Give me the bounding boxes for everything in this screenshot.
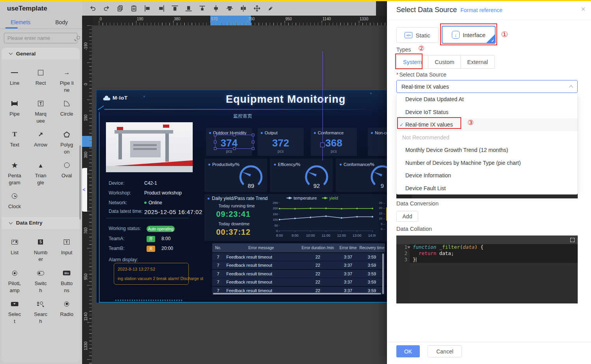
radio-icon — [64, 299, 69, 309]
horizontal-ruler: 019038057076095011401330 — [92, 16, 387, 25]
element-item-clock[interactable]: Clock — [2, 186, 28, 210]
code-editor[interactable]: 1function _filter(data) {2 return data;3… — [396, 236, 578, 303]
element-item-label: Pentagram — [7, 172, 21, 186]
arrow-icon: ↗ — [38, 130, 43, 139]
table-row[interactable]: 7Feedback result timeout223:373:59 — [212, 278, 385, 286]
stat-card-3[interactable]: Conformance368pcs — [311, 128, 357, 156]
toolbar-align-v-top-icon[interactable] — [197, 4, 207, 14]
tab-elements[interactable]: Elemets — [0, 16, 41, 29]
fullscreen-icon[interactable] — [570, 238, 575, 242]
dropdown-item-selected[interactable]: Real-time IX values✓ — [397, 118, 577, 131]
data-source-select[interactable]: Real-time IX values — [396, 80, 578, 93]
dropdown-item[interactable]: Device Data Updated At — [397, 93, 577, 106]
dashboard-frame-line — [104, 109, 378, 110]
svg-text:89: 89 — [248, 182, 254, 189]
static-source-button[interactable]: </> Static — [396, 27, 439, 43]
element-item-circle[interactable]: Circle — [54, 93, 80, 124]
toolbar-copy-icon[interactable] — [115, 4, 125, 14]
toolbar-align-right-icon[interactable] — [156, 4, 166, 14]
interface-source-button[interactable]: ↓ Interface ✓ — [442, 26, 496, 44]
element-item-select[interactable]: Select — [2, 294, 28, 325]
element-item-pipe[interactable]: Pipe — [2, 93, 28, 124]
section-header-data-entry[interactable]: Data Entry — [2, 217, 80, 229]
element-item-label: Arrow — [34, 141, 47, 148]
dropdown-item[interactable]: Device Fault List — [397, 182, 577, 195]
element-item-input[interactable]: TInput — [54, 232, 80, 263]
number-icon: 5 — [38, 237, 43, 247]
team-badge: 关 — [147, 246, 155, 252]
element-item-search[interactable]: Search — [28, 294, 54, 325]
toolbar-pen-icon[interactable] — [265, 4, 276, 14]
element-item-triangle[interactable]: ▲Triangle — [28, 155, 54, 186]
toolbar-align-left-icon[interactable] — [142, 4, 152, 14]
element-item-radio[interactable]: Radio — [54, 294, 80, 325]
close-icon[interactable]: × — [581, 5, 586, 14]
table-row[interactable]: 7Feedback result timeout223:373:59 — [212, 270, 385, 278]
toolbar-move-icon[interactable] — [252, 4, 262, 14]
dropdown-item[interactable]: Number of Devices by Machine Type (pie c… — [397, 157, 577, 170]
selection-box[interactable] — [215, 135, 253, 149]
toolbar-undo-icon[interactable] — [88, 4, 98, 14]
element-item-polygon[interactable]: Polygon — [54, 124, 80, 155]
section-header-general[interactable]: General — [2, 48, 80, 59]
toolbar-paste-icon[interactable] — [129, 4, 139, 14]
alarm-label: Alarm display: — [109, 257, 144, 262]
dropdown-item[interactable]: Device IoT Status — [397, 106, 577, 119]
dropdown-item[interactable]: Monthly Device Growth Trend (12 months) — [397, 144, 577, 157]
table-row[interactable]: 7Feedback result timeout223:373:59 — [212, 261, 385, 269]
cancel-button[interactable]: Cancel — [428, 345, 462, 357]
format-reference-link[interactable]: Format reference — [460, 7, 502, 13]
element-item-number[interactable]: 5Number — [28, 232, 54, 263]
toolbar-align-v-center-icon[interactable] — [224, 4, 235, 14]
legend-marker-icon — [322, 198, 328, 198]
pipe-icon — [11, 99, 18, 108]
selection-handle[interactable] — [233, 134, 236, 136]
selection-rotate-handle[interactable] — [320, 143, 325, 147]
table-hscrollbar[interactable] — [213, 293, 381, 294]
stat-card-2[interactable]: Output372pcs — [258, 128, 304, 156]
element-item-rect[interactable]: Rect — [28, 62, 54, 93]
selection-handle[interactable] — [214, 134, 217, 136]
chevron-down-icon — [9, 220, 13, 224]
tab-body[interactable]: Body — [41, 16, 82, 29]
element-item-pilotlamp[interactable]: PilotLamp — [2, 263, 28, 294]
table-vscrollbar[interactable] — [382, 253, 384, 294]
table-row[interactable]: 7Feedback result timeout223:373:59 — [212, 253, 385, 261]
selection-handle[interactable] — [252, 141, 254, 143]
toolbar-align-top-icon[interactable] — [170, 4, 180, 14]
dropdown-item[interactable]: Device Information — [397, 169, 577, 182]
toolbar-redo-icon[interactable] — [101, 4, 111, 14]
element-item-marquee[interactable]: TMarquee — [28, 93, 54, 124]
element-item-buttons[interactable]: BtnButtons — [54, 263, 80, 294]
sidebar-scrollbar[interactable] — [79, 145, 81, 219]
device-info-row: Device:C42-1 — [109, 180, 157, 186]
tab-custom[interactable]: Custom — [428, 55, 461, 69]
tab-system[interactable]: System — [396, 55, 428, 69]
element-item-arrow[interactable]: ↗Arrow — [28, 124, 54, 155]
selection-handle[interactable] — [214, 141, 217, 143]
add-button[interactable]: Add — [396, 211, 418, 222]
ok-button[interactable]: OK — [396, 345, 420, 357]
element-item-oval[interactable]: Oval — [54, 155, 80, 186]
selection-handle[interactable] — [252, 147, 254, 150]
toolbar-distribute-h-icon[interactable] — [238, 4, 248, 14]
element-item-list[interactable]: ✓List — [2, 232, 28, 263]
selection-handle[interactable] — [252, 134, 254, 136]
element-search-box[interactable] — [4, 33, 77, 43]
pentagram-icon: ★ — [12, 161, 18, 170]
check-icon: ✓ — [399, 122, 404, 128]
tab-external[interactable]: External — [461, 55, 494, 69]
toolbar-align-h-center-icon[interactable] — [211, 4, 221, 14]
dashboard-frame-line — [99, 112, 100, 302]
element-item-switch[interactable]: Switch — [28, 263, 54, 294]
search-input[interactable] — [7, 35, 76, 41]
machine-part — [117, 127, 123, 130]
selection-handle[interactable] — [233, 147, 236, 150]
element-item-pentagram[interactable]: ★Pentagram — [2, 155, 28, 186]
element-item-text[interactable]: TText — [2, 124, 28, 155]
toolbar-align-bottom-icon[interactable] — [183, 4, 193, 14]
element-item-line[interactable]: Line — [2, 62, 28, 93]
selection-handle[interactable] — [214, 147, 217, 150]
element-item-label: Polygon — [60, 141, 74, 155]
element-item-pipe-line[interactable]: →Pipe line — [54, 62, 80, 93]
